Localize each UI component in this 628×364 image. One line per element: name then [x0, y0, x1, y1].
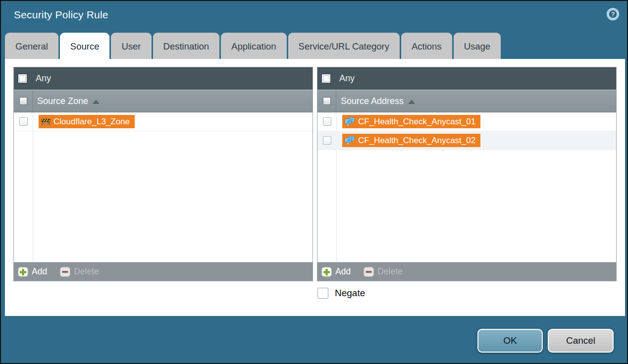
source-address-column-header: Source Address: [317, 90, 616, 112]
address-item-label: CF_Health_Check_Anycast_02: [358, 136, 475, 146]
source-address-any-header: Any: [317, 67, 616, 90]
address-item[interactable]: CF_Health_Check_Anycast_01: [342, 115, 480, 128]
row-checkbox[interactable]: [19, 117, 28, 126]
source-zone-select-all-checkbox[interactable]: [19, 97, 27, 105]
address-item-label: CF_Health_Check_Anycast_01: [358, 117, 475, 127]
tab-user[interactable]: User: [111, 33, 151, 59]
ok-button[interactable]: OK: [477, 329, 543, 353]
add-icon: [321, 267, 332, 277]
delete-button[interactable]: Delete: [60, 266, 99, 277]
select-all-cell: [317, 90, 336, 112]
source-zone-any-header: Any: [14, 67, 313, 90]
delete-button[interactable]: Delete: [364, 266, 403, 277]
dialog-title: Security Policy Rule: [14, 9, 108, 21]
negate-control: Negate: [317, 288, 365, 299]
delete-icon: [60, 267, 70, 277]
row-checkbox-cell: [317, 136, 336, 145]
add-label: Add: [335, 266, 351, 277]
row-checkbox-cell: [14, 117, 33, 126]
row-checkbox[interactable]: [323, 117, 331, 126]
tab-bar: General Source User Destination Applicat…: [5, 33, 501, 59]
zone-item[interactable]: Cloudflare_L3_Zone: [39, 115, 135, 128]
source-zone-list: Cloudflare_L3_Zone: [14, 112, 313, 262]
source-address-column-sort[interactable]: Source Address: [336, 90, 415, 112]
table-row: CF_Health_Check_Anycast_01: [317, 112, 616, 131]
sort-ascending-icon: [93, 100, 100, 104]
source-zone-toolbar: Add Delete: [14, 262, 313, 281]
table-row: Cloudflare_L3_Zone: [14, 112, 313, 131]
address-icon: [345, 117, 355, 126]
zone-icon: [41, 118, 51, 126]
tab-source[interactable]: Source: [60, 33, 110, 59]
source-zone-column-sort[interactable]: Source Zone: [33, 90, 100, 112]
source-zone-any-checkbox[interactable]: [18, 74, 27, 83]
source-address-any-label: Any: [339, 73, 355, 84]
row-checkbox[interactable]: [323, 136, 331, 145]
row-checkbox-cell: [317, 117, 336, 126]
source-zone-any-label: Any: [36, 73, 51, 84]
source-address-panel: Any Source Address: [317, 67, 617, 281]
source-zone-column-label: Source Zone: [37, 96, 88, 106]
sort-ascending-icon: [408, 100, 415, 104]
table-row: CF_Health_Check_Anycast_02: [317, 131, 616, 150]
zone-item-label: Cloudflare_L3_Zone: [53, 117, 130, 127]
negate-label: Negate: [335, 288, 365, 299]
help-icon[interactable]: ?: [606, 7, 620, 21]
source-zone-panel: Any Source Zone: [13, 67, 313, 281]
address-icon: [345, 136, 355, 145]
cancel-button[interactable]: Cancel: [548, 329, 614, 353]
add-button[interactable]: Add: [321, 266, 351, 277]
tab-application[interactable]: Application: [221, 33, 287, 59]
add-icon: [18, 267, 28, 277]
security-policy-rule-dialog: Security Policy Rule ? General Source Us…: [0, 0, 628, 364]
source-address-column-label: Source Address: [341, 96, 404, 106]
add-button[interactable]: Add: [18, 266, 47, 277]
delete-icon: [364, 267, 374, 277]
add-label: Add: [32, 266, 47, 277]
source-zone-column-header: Source Zone: [14, 90, 313, 112]
delete-label: Delete: [377, 266, 403, 277]
source-address-any-checkbox[interactable]: [321, 74, 331, 83]
delete-label: Delete: [74, 266, 99, 277]
svg-text:?: ?: [611, 10, 615, 18]
tab-destination[interactable]: Destination: [153, 33, 220, 59]
source-address-list: CF_Health_Check_Anycast_01: [317, 112, 616, 262]
address-item[interactable]: CF_Health_Check_Anycast_02: [342, 134, 480, 147]
source-tab-content: Any Source Zone: [5, 59, 625, 316]
select-all-cell: [14, 90, 33, 112]
source-address-select-all-checkbox[interactable]: [323, 97, 331, 105]
tab-usage[interactable]: Usage: [454, 33, 501, 59]
tab-general[interactable]: General: [5, 33, 58, 59]
tab-service-url-category[interactable]: Service/URL Category: [288, 33, 400, 59]
source-address-toolbar: Add Delete: [317, 262, 616, 281]
tab-actions[interactable]: Actions: [401, 33, 452, 59]
negate-checkbox[interactable]: [317, 288, 328, 299]
